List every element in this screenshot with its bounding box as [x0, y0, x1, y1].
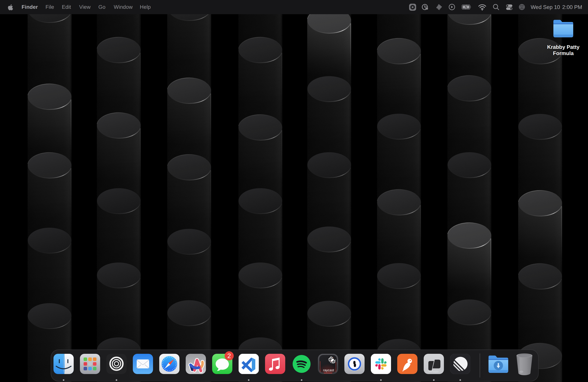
svg-text:raycast: raycast	[323, 368, 334, 372]
